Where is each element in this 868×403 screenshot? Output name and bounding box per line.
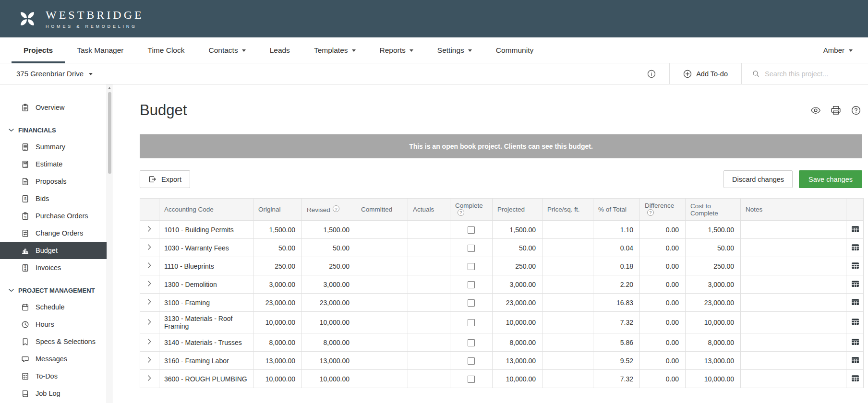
sidebar-item-purchase-orders[interactable]: $ Purchase Orders [0,207,112,225]
actions-cell [846,221,864,239]
help-icon[interactable]: ? [458,209,464,216]
save-changes-button[interactable]: Save changes [799,170,862,188]
project-selector[interactable]: 375 Greenbriar Drive [0,63,93,84]
sidebar-item-change-orders[interactable]: Change Orders [0,225,112,242]
sidebar-item-summary[interactable]: Summary [0,138,112,155]
nav-item-leads[interactable]: Leads [258,37,302,63]
sidebar-item-schedule[interactable]: Schedule [0,298,112,316]
notes-cell[interactable] [741,352,846,370]
nav-item-time-clock[interactable]: Time Clock [136,37,197,63]
export-button[interactable]: Export [140,170,190,188]
expand-row-button[interactable] [144,316,155,329]
cost-to-complete-cell: 10,000.00 [686,312,741,333]
expand-row-button[interactable] [144,296,155,309]
grid-icon[interactable] [851,318,859,326]
actions-column-header [846,199,864,221]
revised-cell[interactable]: 3,000.00 [302,275,356,294]
complete-checkbox[interactable] [468,263,475,270]
search-input[interactable] [765,70,857,78]
project-info-button[interactable] [634,63,669,84]
grid-icon[interactable] [851,280,859,288]
complete-checkbox[interactable] [468,281,475,288]
complete-checkbox[interactable] [468,299,475,307]
sidebar-item-messages[interactable]: Messages [0,350,112,367]
nav-item-reports[interactable]: Reports [368,37,425,63]
nav-item-templates[interactable]: Templates [302,37,368,63]
price-sqft-cell [542,352,593,370]
sidebar-scrollbar[interactable] [107,84,112,403]
complete-checkbox[interactable] [468,357,475,365]
help-icon[interactable]: ? [647,209,654,216]
user-menu[interactable]: Amber [823,37,853,63]
notes-cell[interactable] [741,239,846,257]
complete-checkbox[interactable] [468,339,475,346]
revised-cell[interactable]: 10,000.00 [302,312,356,333]
original-cell: 10,000.00 [253,370,302,388]
expand-row-button[interactable] [144,241,155,254]
grid-icon[interactable] [851,374,859,382]
sidebar-item-specs-selections[interactable]: Specs & Selections [0,333,112,350]
notes-cell[interactable] [741,370,846,388]
help-icon[interactable] [851,106,861,115]
complete-checkbox[interactable] [468,245,475,252]
sidebar-item-budget[interactable]: Budget [0,242,112,259]
grid-icon[interactable] [851,356,859,364]
sidebar-section-financials[interactable]: FINANCIALS [0,122,112,138]
grid-icon[interactable] [851,298,859,306]
add-todo-button[interactable]: Add To-do [669,63,741,84]
revised-cell[interactable]: 13,000.00 [302,352,356,370]
sidebar-item-to-dos[interactable]: To-Dos [0,367,112,385]
expand-row-button[interactable] [144,260,155,273]
grid-icon[interactable] [851,225,859,233]
expand-row-button[interactable] [144,372,155,385]
expand-row-button[interactable] [144,278,155,291]
col-committed: Committed [356,199,408,221]
sidebar-item-hours[interactable]: Hours [0,316,112,333]
revised-cell[interactable]: 23,000.00 [302,294,356,312]
notes-cell[interactable] [741,275,846,294]
brand-logo[interactable]: WESTBRIDGE HOMES & REMODELING [16,8,144,30]
sidebar-item-invoices[interactable]: $ Invoices [0,259,112,276]
grid-icon[interactable] [851,261,859,270]
main-content: Budget This is an open book project. Cli… [112,84,868,403]
nav-item-contacts[interactable]: Contacts [196,37,257,63]
notes-cell[interactable] [741,221,846,239]
complete-checkbox[interactable] [468,376,475,383]
expand-row-button[interactable] [144,223,155,236]
chevron-right-icon [148,339,151,344]
nav-item-projects[interactable]: Projects [12,37,65,63]
complete-checkbox[interactable] [468,319,475,326]
eye-icon[interactable] [810,106,821,115]
revised-cell[interactable]: 1,500.00 [302,221,356,239]
notes-cell[interactable] [741,294,846,312]
revised-cell[interactable]: 50.00 [302,239,356,257]
scrollbar-thumb[interactable] [108,92,111,174]
original-cell: 250.00 [253,257,302,275]
sidebar-item-job-log[interactable]: Job Log [0,385,112,402]
nav-item-task-manager[interactable]: Task Manager [65,37,135,63]
scroll-up-arrow-icon[interactable] [108,87,111,89]
notes-cell[interactable] [741,257,846,275]
revised-cell[interactable]: 250.00 [302,257,356,275]
sidebar-item-estimate[interactable]: Estimate [0,155,112,173]
discard-changes-button[interactable]: Discard changes [723,170,793,188]
grid-icon[interactable] [851,338,859,346]
expand-row-button[interactable] [144,336,155,349]
sidebar-section-project-management[interactable]: PROJECT MANAGEMENT [0,282,112,298]
expand-row-button[interactable] [144,354,155,367]
revised-cell[interactable]: 10,000.00 [302,370,356,388]
nav-item-community[interactable]: Community [484,37,545,63]
sidebar-item-overview[interactable]: Overview [0,99,112,116]
nav-item-settings[interactable]: Settings [425,37,484,63]
revised-cell[interactable]: 8,000.00 [302,333,356,352]
sidebar-item-proposals[interactable]: Proposals [0,173,112,190]
notes-cell[interactable] [741,333,846,352]
grid-icon[interactable] [851,243,859,251]
chevron-down-icon [849,49,853,52]
expand-cell [140,294,159,312]
printer-icon[interactable] [831,106,841,115]
notes-cell[interactable] [741,312,846,333]
help-icon[interactable]: ? [333,205,339,212]
complete-checkbox[interactable] [468,226,475,234]
sidebar-item-bids[interactable]: $ Bids [0,190,112,207]
